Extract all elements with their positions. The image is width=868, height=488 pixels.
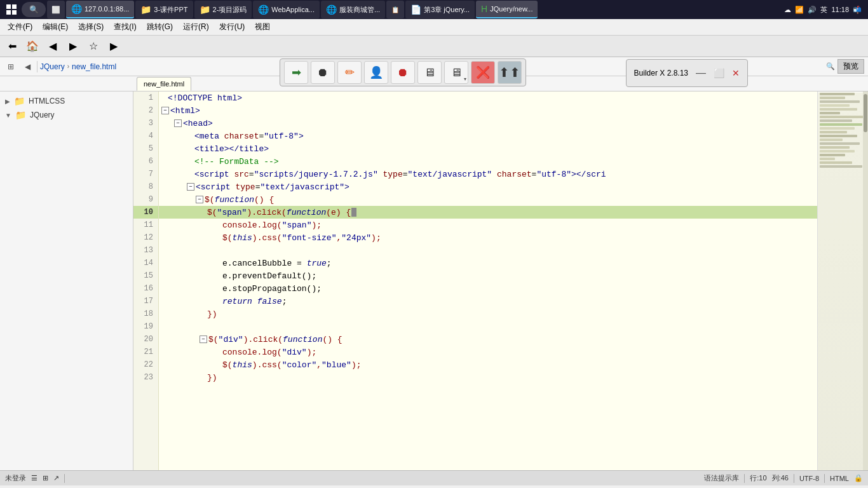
taskbar-pin-src[interactable]: 📁 2-项目源码 [194,1,252,18]
toolbar-user-btn[interactable]: 👤 [364,61,388,84]
collapse-icon[interactable]: − [187,183,194,191]
status-separator [794,474,794,483]
status-hint: 语法提示库 [704,473,739,483]
line-num-17: 17 [133,295,158,308]
nav-arrow-left[interactable]: ◀ [20,60,34,74]
line-num-7: 7 [133,168,158,180]
minimap [817,92,868,470]
nav-path-jquery[interactable]: JQuery [40,62,65,71]
line-num-22: 22 [133,358,158,371]
collapse-icon[interactable]: − [161,107,169,114]
line-num-6: 6 [133,155,158,168]
tab-new-file[interactable]: new_file.html [137,77,191,91]
line-num-4: 4 [133,130,158,142]
statusbar: 未登录 ☰ ⊞ ↗ 语法提示库 行:10 列:46 UTF-8 HTML 🔒 [0,470,868,485]
window-title-bar: Builder X 2.8.13 — ⬜ ✕ [626,59,748,87]
cloud-icon: ☁ [784,6,791,14]
taskbar-pin-ch3[interactable]: 📄 第3章 jQuery... [405,1,475,18]
preview-button[interactable]: 预览 [837,59,864,74]
toolbar-close-btn[interactable]: ❌ [471,61,495,84]
taskbar-pin-127[interactable]: 🌐 127.0.0.1:88... [66,1,134,18]
sidebar-item-jquery[interactable]: ▼ 📁 JQuery [0,108,133,122]
toolbar-screen-btn[interactable]: 🖥 [417,61,442,84]
status-separator [64,474,65,483]
toolbar-screen2-btn[interactable]: 🖥▾ [444,61,468,84]
code-line-2: − <html> [159,104,817,117]
nav-next-btn[interactable]: ▶ [64,37,83,55]
collapse-arrow: ▶ [5,98,10,105]
nav-separator [37,61,37,72]
window-maximize-btn[interactable]: ⬜ [714,68,724,78]
code-token: <head> [183,119,213,128]
line-num-13: 13 [133,244,158,257]
line-num-18: 18 [133,308,158,320]
toolbar-up-btn[interactable]: ⬆⬆ [498,61,522,84]
menu-select[interactable]: 选择(S) [73,20,109,34]
taskbar-pin-ppt[interactable]: 📁 3-课件PPT [135,1,193,18]
nav-play-btn[interactable]: ▶ [104,37,123,55]
window-minimize-btn[interactable]: — [696,67,706,79]
collapse-icon[interactable]: − [174,119,182,127]
taskbar-pin-label: WebApplica... [271,6,315,13]
taskbar-pin-label: 服装商城管... [339,5,380,15]
nav-bookmark-btn[interactable]: ☆ [84,37,103,55]
taskbar-pin-8[interactable]: 📋 [386,1,404,18]
menu-view[interactable]: 视图 [250,20,275,34]
line-num-14: 14 [133,257,158,269]
nav-path-file[interactable]: new_file.html [72,62,116,71]
nav-prev-btn[interactable]: ◀ [43,37,62,55]
toolbar-record-btn[interactable]: ⏺ [311,61,335,84]
code-line-10[interactable]: $("span").click(function(e) { [159,206,817,219]
taskbar-pin-jquery[interactable]: H JQuery/new... [476,1,538,18]
nav-back-btn[interactable]: ⬅ [3,37,22,55]
taskbar-pin-label: JQuery/new... [490,5,532,13]
folder-icon: 📁 [15,110,26,120]
taskbar-pin-webapp[interactable]: 🌐 WebApplica... [253,1,320,18]
code-line-8: − <script type="text/javascript"> [159,180,817,193]
code-token: <html> [170,106,200,116]
code-line-5: <title></title> [159,142,817,155]
menu-find[interactable]: 查找(I) [109,20,141,34]
taskbar-multitask[interactable]: ⬜ [47,1,65,18]
menu-goto[interactable]: 跳转(G) [142,20,178,34]
menu-file[interactable]: 文件(F) [3,20,37,34]
sidebar-label-htmlcss: HTMLCSS [29,97,65,105]
status-row: 行:10 [750,473,766,483]
nav-home-btn[interactable]: 🏠 [23,37,42,55]
code-line-14: e.cancelBubble = true; [159,257,817,269]
line-num-23: 23 [133,371,158,384]
code-line-13 [159,244,817,257]
menu-run[interactable]: 运行(R) [178,20,214,34]
collapse-icon[interactable]: − [200,336,207,343]
menu-edit[interactable]: 编辑(E) [37,20,73,34]
menu-publish[interactable]: 发行(U) [214,20,250,34]
toolbar-stop-btn[interactable]: ⏺ [391,61,415,84]
status-separator [744,474,745,483]
window-close-btn[interactable]: ✕ [732,68,740,78]
nav-filter: 🔍 [826,62,835,71]
sidebar-label-jquery: JQuery [30,111,55,119]
notification-icon: 📬 [853,6,862,14]
sidebar-item-htmlcss[interactable]: ▶ 📁 HTMLCSS [0,94,133,108]
collapse-icon[interactable]: − [196,196,203,203]
doc-icon: 📄 [410,4,421,15]
editor-area: 1 2 3 4 5 6 7 8 9 10 11 12 13 14 15 16 1… [133,92,868,470]
line-numbers: 1 2 3 4 5 6 7 8 9 10 11 12 13 14 15 16 1… [133,92,159,470]
status-lock-icon: 🔒 [854,474,863,482]
toolbar-run-btn[interactable]: ➡ [284,61,308,84]
folder-icon: 📁 [14,96,25,106]
code-content[interactable]: <!DOCTYPE html> − <html> − <head> <meta … [159,92,817,470]
folder-icon: 📁 [140,4,151,15]
taskbar-search[interactable]: 🔍 [22,2,46,17]
start-button[interactable] [3,1,20,18]
toolbar-edit-btn[interactable]: ✏ [337,61,362,84]
line-num-1: 1 [133,92,158,104]
code-token: < [194,132,200,141]
folder-icon: 📁 [200,4,210,15]
line-num-5: 5 [133,142,158,155]
taskbar-pin-mall[interactable]: 🌐 服装商城管... [321,1,385,18]
code-line-9: − $(function() { [159,193,817,206]
code-token: <!DOCTYPE html> [168,93,242,103]
code-line-23: }) [159,371,817,384]
main-layout: ▶ 📁 HTMLCSS ▼ 📁 JQuery 1 2 3 4 5 6 7 8 9… [0,92,868,470]
